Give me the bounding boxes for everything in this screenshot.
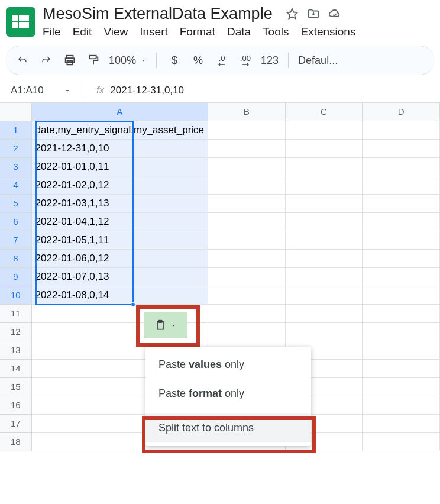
cell[interactable] [285,286,363,304]
select-all-corner[interactable] [0,103,31,121]
cell[interactable] [363,396,440,414]
cell[interactable] [363,157,440,176]
cell[interactable]: 2021-12-31,0,10 [31,139,208,157]
row-header[interactable]: 16 [0,396,31,414]
col-header-a[interactable]: A [31,103,208,121]
cell[interactable] [208,249,286,267]
undo-button[interactable] [14,52,31,69]
cell[interactable] [363,231,440,249]
row-header[interactable]: 5 [0,194,31,212]
cell[interactable] [363,304,440,322]
row-header[interactable]: 18 [0,432,31,451]
menu-format[interactable]: Format [180,25,215,38]
row-header[interactable]: 15 [0,377,31,396]
row-header[interactable]: 10 [0,286,31,304]
sheets-logo[interactable] [6,7,35,37]
formula-content[interactable]: 2021-12-31,0,10 [110,85,184,96]
increase-decimal-button[interactable]: .00 [237,52,254,69]
font-dropdown[interactable]: Defaul... [298,54,338,67]
cell[interactable]: date,my_entry_signal,my_asset_price [31,121,208,139]
menu-tools[interactable]: Tools [263,25,289,38]
cell[interactable] [363,286,440,304]
cell[interactable] [285,304,363,322]
cell[interactable] [208,322,286,341]
row-header[interactable]: 9 [0,267,31,286]
cell[interactable] [285,139,363,157]
cell[interactable] [208,194,286,212]
redo-button[interactable] [38,52,54,69]
col-header-d[interactable]: D [363,103,440,121]
row-header[interactable]: 4 [0,176,31,194]
cell[interactable] [208,121,286,139]
row-header[interactable]: 1 [0,121,31,139]
row-header[interactable]: 3 [0,157,31,176]
row-header[interactable]: 11 [0,304,31,322]
cell[interactable] [285,194,363,212]
cell[interactable]: 2022-01-06,0,12 [31,249,208,267]
paste-format-only[interactable]: Paste format only [145,379,311,408]
spreadsheet-grid[interactable]: A B C D 1date,my_entry_signal,my_asset_p… [0,103,440,451]
col-header-c[interactable]: C [285,103,363,121]
number-format-button[interactable]: 123 [261,54,279,67]
menu-file[interactable]: File [43,25,61,38]
paint-format-button[interactable] [85,52,102,69]
cell[interactable] [363,267,440,286]
menu-view[interactable]: View [103,25,128,38]
cell[interactable] [285,322,363,341]
cell[interactable] [363,194,440,212]
cell[interactable] [363,139,440,157]
cell[interactable] [285,157,363,176]
cell[interactable] [208,231,286,249]
cell[interactable] [363,432,440,451]
row-header[interactable]: 6 [0,212,31,231]
cell[interactable]: 2022-01-04,1,12 [31,212,208,231]
cell[interactable] [363,212,440,231]
menu-edit[interactable]: Edit [73,25,92,38]
paste-values-only[interactable]: Paste values only [145,350,311,379]
cell[interactable] [285,267,363,286]
cell[interactable] [208,212,286,231]
cell[interactable] [208,304,286,322]
zoom-dropdown[interactable]: 100% [109,54,147,67]
menu-data[interactable]: Data [227,25,251,38]
print-button[interactable] [62,52,78,69]
cell[interactable] [363,341,440,359]
cell[interactable] [363,377,440,396]
row-header[interactable]: 7 [0,231,31,249]
cell[interactable] [363,322,440,341]
percent-button[interactable]: % [190,52,206,69]
cell[interactable] [208,139,286,157]
cell[interactable] [363,359,440,377]
cell[interactable] [208,267,286,286]
cell[interactable]: 2022-01-08,0,14 [31,286,208,304]
currency-button[interactable]: $ [166,52,183,69]
cell[interactable] [285,121,363,139]
cell[interactable] [363,121,440,139]
cell[interactable]: 2022-01-07,0,13 [31,267,208,286]
cloud-status-icon[interactable] [328,8,341,21]
cell[interactable] [363,249,440,267]
row-header[interactable]: 13 [0,341,31,359]
cell[interactable]: 2022-01-02,0,12 [31,176,208,194]
row-header[interactable]: 17 [0,414,31,432]
cell[interactable] [208,286,286,304]
cell[interactable]: 2022-01-05,1,11 [31,231,208,249]
cell[interactable] [208,157,286,176]
row-header[interactable]: 2 [0,139,31,157]
name-box[interactable]: A1:A10 [8,83,73,98]
cell[interactable] [285,212,363,231]
move-folder-icon[interactable] [307,8,320,21]
row-header[interactable]: 14 [0,359,31,377]
cell[interactable] [363,176,440,194]
row-header[interactable]: 8 [0,249,31,267]
document-title[interactable]: MesoSim ExternalData Example [43,5,273,23]
cell[interactable]: 2022-01-03,1,13 [31,194,208,212]
star-icon[interactable] [286,8,299,21]
cell[interactable] [285,176,363,194]
col-header-b[interactable]: B [208,103,286,121]
row-header[interactable]: 12 [0,322,31,341]
menu-insert[interactable]: Insert [140,25,168,38]
cell[interactable] [285,231,363,249]
cell[interactable] [363,414,440,432]
decrease-decimal-button[interactable]: .0 [213,52,230,69]
